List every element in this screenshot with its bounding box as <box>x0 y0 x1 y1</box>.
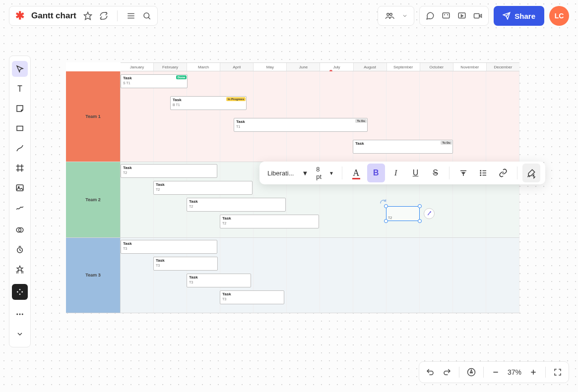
task-title: Task <box>123 241 215 246</box>
list-button[interactable] <box>474 164 492 182</box>
format-painter-button[interactable] <box>522 164 540 182</box>
separator <box>483 367 484 378</box>
separator <box>545 367 546 378</box>
draw-tool[interactable] <box>12 200 28 216</box>
task-card[interactable]: Task T3 <box>220 290 284 304</box>
svg-line-5 <box>148 17 150 19</box>
video-icon[interactable] <box>473 11 482 20</box>
task-card[interactable]: Task T2 <box>153 181 253 195</box>
cursor-tool[interactable] <box>12 61 28 77</box>
task-subtitle: T3 <box>156 264 215 267</box>
align-button[interactable] <box>454 164 472 182</box>
task-title: Task <box>222 216 317 221</box>
task-card[interactable]: Task T3 <box>187 274 251 287</box>
emoji-tool[interactable] <box>12 262 28 278</box>
apps-tool[interactable] <box>12 284 28 300</box>
font-size: 8 pt <box>316 166 326 180</box>
svg-point-36 <box>22 314 23 315</box>
zoom-in-button[interactable] <box>528 367 538 377</box>
top-bar: ✱ Gantt chart <box>0 0 578 32</box>
task-card[interactable]: Task T1 To Do <box>234 118 368 132</box>
task-card[interactable]: Task T2 <box>121 164 217 178</box>
svg-rect-8 <box>443 13 450 18</box>
user-avatar[interactable]: LC <box>549 6 569 26</box>
month-col: February <box>154 63 187 71</box>
app-logo[interactable]: ✱ <box>15 9 24 22</box>
task-subtitle: T3 <box>123 247 215 250</box>
status-badge: To Do <box>355 119 367 123</box>
underline-button[interactable]: U <box>407 164 425 182</box>
task-title: Task <box>355 141 450 146</box>
sync-icon[interactable] <box>99 11 108 20</box>
month-col: May <box>254 63 287 71</box>
month-col: October <box>420 63 453 71</box>
presentation-icon[interactable] <box>457 11 466 20</box>
task-title: Task <box>123 166 215 170</box>
rectangle-tool[interactable] <box>12 120 28 136</box>
undo-button[interactable] <box>425 367 435 377</box>
strikethrough-button[interactable]: S <box>427 164 445 182</box>
zoom-percent[interactable]: 37% <box>508 368 521 376</box>
resize-handle[interactable] <box>418 219 422 223</box>
timer-tool[interactable] <box>12 242 28 258</box>
month-header: January February March April May June Ju… <box>121 62 519 71</box>
task-title: Task <box>236 119 365 124</box>
link-button[interactable] <box>494 164 512 182</box>
separator <box>117 10 118 21</box>
annotation-icon[interactable] <box>442 11 450 20</box>
task-subtitle: T3 <box>189 280 249 284</box>
text-tool[interactable] <box>12 81 28 97</box>
svg-point-34 <box>16 314 18 315</box>
more-tool[interactable] <box>12 306 28 322</box>
menu-icon[interactable] <box>127 11 135 20</box>
resize-handle[interactable] <box>384 219 388 223</box>
svg-point-6 <box>387 13 389 16</box>
chart-body: Team 1 Task S T1 Done Task B T1 In Progr… <box>66 71 519 313</box>
task-card[interactable]: Task To Do <box>353 140 453 154</box>
svg-point-41 <box>480 172 481 173</box>
zoom-out-button[interactable] <box>491 367 501 377</box>
text-color-button[interactable]: A <box>347 164 365 182</box>
search-icon[interactable] <box>142 11 151 20</box>
shapes-tool[interactable] <box>12 222 28 238</box>
help-icon[interactable] <box>466 367 476 377</box>
font-family-select[interactable]: Liberati... ▼ <box>264 169 311 177</box>
comment-icon[interactable] <box>426 11 435 20</box>
note-tool[interactable] <box>12 101 28 116</box>
team-tracks: Task S T1 Done Task B T1 In Progress Tas… <box>121 71 519 162</box>
task-card[interactable]: Task T3 <box>121 240 217 254</box>
status-badge: In Progress <box>226 97 246 101</box>
task-title: Task <box>189 275 249 280</box>
task-card[interactable]: Task S T1 Done <box>121 74 188 88</box>
task-card[interactable]: Task T2 <box>220 215 319 228</box>
share-label: Share <box>514 12 535 20</box>
redo-button[interactable] <box>442 367 452 377</box>
collaborators-group[interactable] <box>378 6 414 26</box>
svg-point-42 <box>480 175 481 176</box>
team-row-1: Team 1 Task S T1 Done Task B T1 In Progr… <box>66 71 519 162</box>
separator <box>517 167 517 179</box>
fullscreen-button[interactable] <box>553 367 563 377</box>
task-title: Task <box>156 258 215 263</box>
task-card[interactable]: Task B T1 In Progress <box>170 96 247 110</box>
task-subtitle: T3 <box>222 297 282 301</box>
bold-button[interactable]: B <box>367 164 385 182</box>
expand-icon[interactable] <box>12 326 28 342</box>
font-size-select[interactable]: 8 pt ▼ <box>313 166 337 180</box>
frame-tool[interactable] <box>12 160 28 176</box>
task-card[interactable]: Task T2 <box>187 198 286 212</box>
svg-rect-31 <box>19 293 20 295</box>
selection-box[interactable]: T2 <box>386 206 420 221</box>
rotate-handle[interactable] <box>424 208 435 219</box>
status-badge: Done <box>176 75 187 79</box>
star-icon[interactable] <box>83 11 92 20</box>
resize-handle[interactable] <box>384 204 388 208</box>
italic-button[interactable]: I <box>387 164 405 182</box>
gantt-chart[interactable]: January February March April May June Ju… <box>66 62 519 313</box>
task-card[interactable]: Task T3 <box>153 257 218 271</box>
document-title[interactable]: Gantt chart <box>31 11 76 21</box>
resize-handle[interactable] <box>418 204 422 208</box>
connector-tool[interactable] <box>12 140 28 156</box>
image-tool[interactable] <box>12 180 28 196</box>
share-button[interactable]: Share <box>494 6 544 26</box>
